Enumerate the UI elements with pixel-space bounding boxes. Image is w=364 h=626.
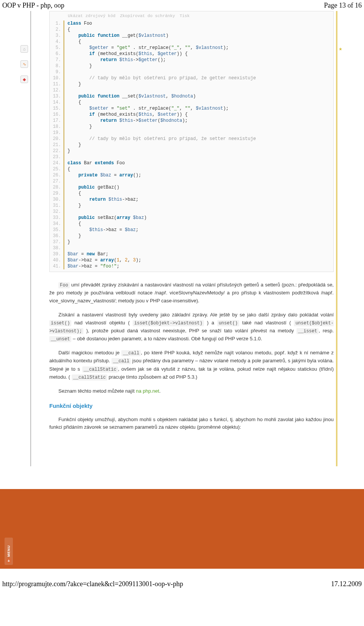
prose-text: , resp. bbox=[318, 328, 334, 333]
link-phpnet[interactable]: na php.net bbox=[136, 388, 159, 394]
line-number: 8. bbox=[50, 63, 63, 69]
code-source: } bbox=[67, 63, 92, 69]
code-line: 38. bbox=[50, 245, 333, 251]
code-source: return $this->baz; bbox=[67, 197, 138, 203]
prose-text: nad vlastností objektu ( bbox=[71, 320, 132, 326]
gutter-bar bbox=[63, 233, 64, 239]
line-number: 21. bbox=[50, 142, 63, 148]
line-number: 19. bbox=[50, 130, 63, 136]
code-source: // tady by mělo být ošetření pro případ,… bbox=[67, 75, 256, 81]
gutter-bar bbox=[63, 160, 64, 166]
line-number: 23. bbox=[50, 154, 63, 160]
code-source: public getBaz() bbox=[67, 184, 119, 190]
gutter-bar bbox=[63, 81, 64, 87]
code-line: 4. { bbox=[50, 39, 333, 45]
gutter-bar bbox=[63, 166, 64, 172]
gutter-bar bbox=[63, 33, 64, 39]
code-source: { bbox=[67, 221, 81, 227]
gutter-bar bbox=[63, 263, 64, 269]
prose-text: ) a bbox=[204, 320, 217, 326]
code-line: 19. bbox=[50, 130, 333, 136]
plus-icon: + bbox=[6, 558, 11, 563]
line-number: 1. bbox=[50, 20, 63, 27]
gutter-bar bbox=[63, 136, 64, 142]
gutter-bar bbox=[63, 172, 64, 178]
code-source: return $this->$getter(); bbox=[67, 57, 166, 63]
line-number: 41. bbox=[50, 263, 63, 269]
code-line: 12. bbox=[50, 87, 333, 93]
code-line: 32. bbox=[50, 209, 333, 215]
prose-text: Seznam těchto metod můžete najít bbox=[58, 388, 136, 394]
code-copy-clipboard[interactable]: Zkopírovat do schránky bbox=[120, 14, 175, 18]
code-line: 26. private $baz = array(); bbox=[50, 172, 333, 178]
gutter-bar bbox=[63, 154, 64, 160]
code-source: $this->baz = $baz; bbox=[67, 227, 138, 233]
gutter-bar bbox=[63, 184, 64, 190]
code-line: 40.$bar->baz = array(1, 2, 3); bbox=[50, 257, 333, 263]
code-line: 9. bbox=[50, 69, 333, 75]
line-number: 10. bbox=[50, 75, 63, 81]
footer-date: 17.12.2009 bbox=[331, 580, 362, 588]
gutter-bar bbox=[63, 39, 64, 45]
code-line: 5. $getter = "get" . str_replace("_", ""… bbox=[50, 45, 333, 51]
inline-code-mm-unset: __unset bbox=[49, 336, 71, 342]
paragraph-2: Získání a nastavení vlastností byly uved… bbox=[49, 311, 334, 343]
gutter-bar bbox=[63, 20, 64, 27]
prose-text: pracuje tímto způsobem až od PHP 5.3.) bbox=[107, 374, 198, 380]
code-toolbar: Ukázat zdrojový kód Zkopírovat do schrán… bbox=[50, 11, 333, 20]
code-line: 16. if (method_exists($this, $setter)) { bbox=[50, 112, 333, 118]
line-number: 27. bbox=[50, 178, 63, 184]
line-number: 40. bbox=[50, 257, 63, 263]
code-line: 27. bbox=[50, 178, 333, 184]
gutter-bar bbox=[63, 245, 64, 251]
code-print[interactable]: Tisk bbox=[180, 14, 190, 18]
scroll-track bbox=[336, 11, 337, 466]
header-title-left: OOP v PHP - php, oop bbox=[2, 2, 64, 9]
code-source: if (method_exists($this, $setter)) { bbox=[67, 112, 188, 118]
code-source: class Foo bbox=[67, 20, 92, 27]
section-heading-funkcni-objekty: Funkční objekty bbox=[49, 401, 334, 411]
code-line: 10. // tady by mělo být ošetření pro pří… bbox=[50, 75, 333, 81]
menu-tab[interactable]: MENU + bbox=[5, 538, 13, 565]
gutter-bar bbox=[63, 99, 64, 105]
line-number: 37. bbox=[50, 239, 63, 245]
gutter-bar bbox=[63, 75, 64, 81]
code-line: 21. } bbox=[50, 142, 333, 148]
code-line: 13. public function __set($vlastnost, $h… bbox=[50, 93, 333, 99]
code-source: { bbox=[67, 166, 70, 172]
code-show-source[interactable]: Ukázat zdrojový kód bbox=[68, 14, 115, 18]
code-source: { bbox=[67, 190, 81, 197]
code-source: } bbox=[67, 233, 81, 239]
gutter-bar bbox=[63, 221, 64, 227]
gutter-bar bbox=[63, 93, 64, 99]
line-number: 26. bbox=[50, 172, 63, 178]
code-line: 8. } bbox=[50, 63, 333, 69]
code-source: private $baz = array(); bbox=[67, 172, 141, 178]
code-line: 2.{ bbox=[50, 27, 333, 33]
rss-icon[interactable]: ∿ bbox=[20, 60, 28, 68]
gutter-bar bbox=[63, 197, 64, 203]
line-number: 2. bbox=[50, 27, 63, 33]
inline-code-unset: unset() bbox=[217, 320, 239, 326]
gutter-bar bbox=[63, 148, 64, 154]
code-source: } bbox=[67, 148, 70, 154]
gutter-bar bbox=[63, 118, 64, 124]
badge-icon[interactable]: ◆ bbox=[20, 75, 28, 83]
line-number: 32. bbox=[50, 209, 63, 215]
code-source: public function __get($vlastnost) bbox=[67, 33, 168, 39]
inline-code-mm-isset: __isset bbox=[297, 328, 318, 334]
code-line: 22.} bbox=[50, 148, 333, 154]
code-line: 20. // tady by mělo být ošetření pro pří… bbox=[50, 136, 333, 142]
gutter-bar bbox=[63, 124, 64, 130]
gutter-bar bbox=[63, 57, 64, 63]
code-line: 30. return $this->baz; bbox=[50, 197, 333, 203]
code-source: $setter = "set" . str_replace("_", "", $… bbox=[67, 105, 229, 112]
code-source: } bbox=[67, 81, 81, 87]
code-source: $bar = new Bar; bbox=[67, 251, 108, 257]
code-source: // tady by mělo být ošetření pro případ,… bbox=[67, 136, 256, 142]
home-icon[interactable]: ⌂ bbox=[20, 45, 28, 53]
star-icon[interactable]: ★ bbox=[337, 45, 344, 53]
code-source: if (method_exists($this, $getter)) { bbox=[67, 51, 188, 57]
code-line: 23. bbox=[50, 154, 333, 160]
code-source: { bbox=[67, 99, 81, 105]
